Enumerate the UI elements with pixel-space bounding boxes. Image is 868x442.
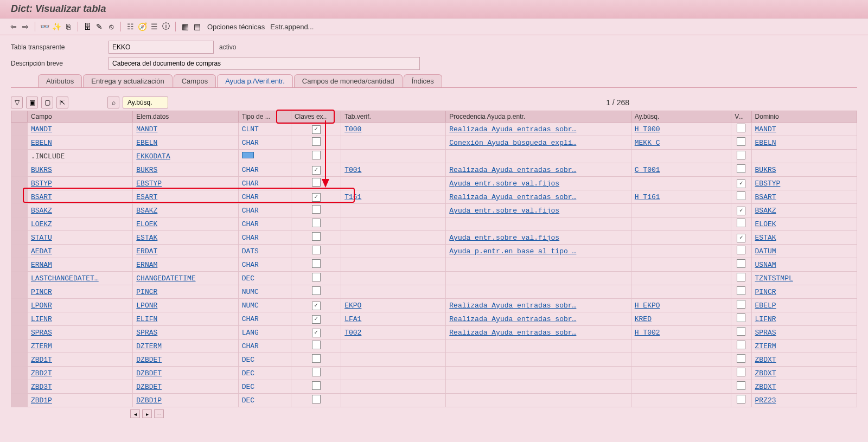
cell-campo[interactable]: SPRAS [27, 326, 132, 339]
row-selector[interactable] [11, 353, 28, 367]
cell-tipo-td[interactable]: CHAR [238, 217, 291, 231]
table-row[interactable]: ZBD1TDZBDETDECZBDXT [11, 353, 857, 367]
grid1-button[interactable]: ▦ [180, 22, 190, 31]
cell-elem[interactable]: DZBDET [133, 367, 238, 380]
cell-proced[interactable]: Realizada Ayuda entradas sobr… [446, 326, 631, 339]
cell-campo[interactable]: LOEKZ [27, 217, 132, 231]
row-selector[interactable] [11, 204, 28, 217]
cell-proced[interactable] [446, 150, 631, 163]
cell-clave[interactable] [291, 394, 341, 407]
cell-v[interactable] [731, 285, 751, 299]
cell-dominio[interactable] [751, 150, 857, 163]
table-row[interactable]: LASTCHANGEDATET…CHANGEDATETIMEDECTZNTSTM… [11, 272, 857, 285]
cell-v[interactable] [731, 136, 751, 150]
cell-proced[interactable] [446, 285, 631, 299]
info-button[interactable]: ⓘ [161, 22, 171, 31]
cell-dominio[interactable]: BSART [751, 190, 857, 204]
table-row[interactable]: SPRASSPRASLANG✓T002Realizada Ayuda entra… [11, 326, 857, 339]
cell-aybusq[interactable]: KRED [631, 312, 731, 326]
row-selector[interactable] [11, 285, 28, 299]
cell-aybusq[interactable] [631, 339, 731, 353]
table-row[interactable]: .INCLUDEEKKODATA [11, 150, 857, 163]
cell-tabverif[interactable] [341, 231, 446, 245]
table-row[interactable]: BUKRSBUKRSCHAR✓T001Realizada Ayuda entra… [11, 163, 857, 177]
cell-aybusq[interactable] [631, 217, 731, 231]
cell-dominio[interactable]: PINCR [751, 285, 857, 299]
cell-v[interactable]: ✓ [731, 177, 751, 190]
row-selector[interactable] [11, 217, 28, 231]
col-elem[interactable]: Elem.datos [133, 111, 238, 123]
cell-v[interactable] [731, 123, 751, 136]
cell-dominio[interactable]: MANDT [751, 123, 857, 136]
col-dominio[interactable]: Dominio [751, 111, 857, 123]
collapse-button[interactable]: ▢ [41, 97, 53, 108]
cell-clave[interactable] [291, 353, 341, 367]
cell-clave[interactable] [291, 339, 341, 353]
cell-aybusq[interactable] [631, 285, 731, 299]
cell-aybusq[interactable] [631, 204, 731, 217]
cell-tabverif[interactable]: LFA1 [341, 312, 446, 326]
scroll-end-button[interactable]: ⋯ [154, 409, 164, 418]
cell-tipo-td[interactable]: CHAR [238, 312, 291, 326]
cell-clave[interactable]: ✓ [291, 123, 341, 136]
cell-clave[interactable] [291, 217, 341, 231]
cell-aybusq[interactable] [631, 231, 731, 245]
row-selector[interactable] [11, 245, 28, 258]
tab-indices[interactable]: Índices [404, 74, 442, 87]
cell-tabverif[interactable] [341, 204, 446, 217]
cell-tipo-td[interactable]: LANG [238, 326, 291, 339]
cell-dominio[interactable]: EBELP [751, 299, 857, 312]
cell-clave[interactable]: ✓ [291, 190, 341, 204]
cell-tabverif[interactable]: EKPO [341, 299, 446, 312]
cell-campo[interactable]: ZTERM [27, 339, 132, 353]
cell-proced[interactable] [446, 272, 631, 285]
cell-dominio[interactable]: ESTAK [751, 231, 857, 245]
cell-campo[interactable]: ZBD3T [27, 380, 132, 394]
table-row[interactable]: MANDTMANDTCLNT✓T000Realizada Ayuda entra… [11, 123, 857, 136]
cell-v[interactable] [731, 190, 751, 204]
cell-proced[interactable]: Realizada Ayuda entradas sobr… [446, 299, 631, 312]
table-row[interactable]: LPONRLPONRNUMC✓EKPORealizada Ayuda entra… [11, 299, 857, 312]
cell-v[interactable]: ✓ [731, 231, 751, 245]
cell-tabverif[interactable] [341, 353, 446, 367]
cell-proced[interactable]: Ayuda entr.sobre val.fijos [446, 204, 631, 217]
cell-proced[interactable]: Realizada Ayuda entradas sobr… [446, 190, 631, 204]
row-selector[interactable] [11, 394, 28, 407]
cell-tipo-td[interactable]: CHAR [238, 136, 291, 150]
cell-v[interactable] [731, 299, 751, 312]
table-row[interactable]: ZTERMDZTERMCHARZTERM [11, 339, 857, 353]
table-row[interactable]: AEDATERDATDATSAyuda p.entr.en base al ti… [11, 245, 857, 258]
cell-clave[interactable] [291, 150, 341, 163]
col-aybusq[interactable]: Ay.búsq. [631, 111, 731, 123]
cell-tipo-td[interactable]: DEC [238, 380, 291, 394]
cell-clave[interactable] [291, 231, 341, 245]
cell-aybusq[interactable]: MEKK_C [631, 136, 731, 150]
cell-campo[interactable]: STATU [27, 231, 132, 245]
activate-button[interactable]: ✨ [52, 22, 61, 31]
cell-campo[interactable]: BSAKZ [27, 204, 132, 217]
scroll-left-button[interactable]: ◂ [130, 409, 140, 418]
row-selector[interactable] [11, 163, 28, 177]
cell-dominio[interactable]: LIFNR [751, 312, 857, 326]
cell-tipo-td[interactable]: DEC [238, 394, 291, 407]
row-selector[interactable] [11, 231, 28, 245]
cell-clave[interactable]: ✓ [291, 326, 341, 339]
cell-tabverif[interactable] [341, 272, 446, 285]
cell-campo[interactable]: BSTYP [27, 177, 132, 190]
row-selector[interactable] [11, 367, 28, 380]
cell-aybusq[interactable] [631, 150, 731, 163]
col-tabverif[interactable]: Tab.verif. [341, 111, 446, 123]
cell-proced[interactable] [446, 258, 631, 272]
table-row[interactable]: ERNAMERNAMCHARUSNAM [11, 258, 857, 272]
cell-tabverif[interactable] [341, 245, 446, 258]
cell-proced[interactable]: Ayuda entr.sobre val.fijos [446, 231, 631, 245]
table-row[interactable]: ZBD2TDZBDETDECZBDXT [11, 367, 857, 380]
cell-tabverif[interactable]: T161 [341, 190, 446, 204]
cell-dominio[interactable]: ZBDXT [751, 353, 857, 367]
tab-moneda[interactable]: Campos de moneda/cantidad [294, 74, 403, 87]
cell-tipo-td[interactable]: CHAR [238, 204, 291, 217]
cell-campo[interactable]: ZBD1P [27, 394, 132, 407]
cell-v[interactable] [731, 394, 751, 407]
cell-v[interactable] [731, 339, 751, 353]
cell-clave[interactable] [291, 177, 341, 190]
